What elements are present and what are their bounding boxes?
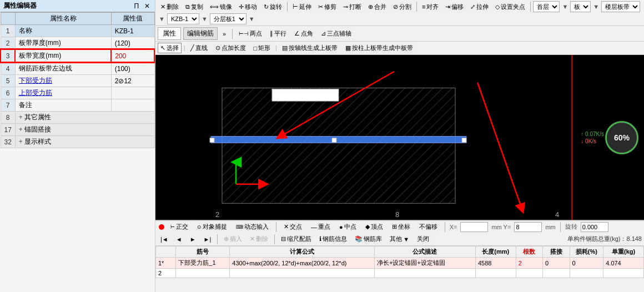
- line-button[interactable]: ╱ 直线: [188, 43, 210, 53]
- set-grip-button[interactable]: ◇ 设置夹点: [492, 2, 528, 12]
- layer-select[interactable]: 首层: [533, 1, 560, 12]
- rect-button[interactable]: □ 矩形: [251, 43, 274, 53]
- no-offset-button[interactable]: 不偏移: [416, 221, 440, 232]
- prop-value-cell[interactable]: 200: [111, 49, 154, 62]
- prop-value-cell[interactable]: (120): [111, 37, 154, 50]
- snap-button[interactable]: ⊙ 对象捕捉: [194, 221, 230, 232]
- nav-next-button[interactable]: ►: [187, 235, 199, 244]
- prop-value-cell[interactable]: KZB-1: [111, 25, 154, 37]
- rebar-table: 筋号 计算公式 公式描述 长度(mm) 根数 搭接 损耗(%) 单重(kg) 1…: [155, 246, 644, 278]
- panel-pin-button[interactable]: П: [132, 2, 140, 10]
- prop-row-id: 3: [1, 49, 15, 62]
- point-length-button[interactable]: ⊙ 点加长度: [213, 43, 249, 53]
- x-label: X=: [450, 224, 457, 230]
- nav-prev-button[interactable]: ◄: [173, 235, 185, 244]
- rebar-cell: 1*: [156, 258, 176, 269]
- scale-rebar-icon: ⊟: [281, 235, 286, 243]
- gen-mid-band-icon: ▦: [345, 44, 351, 52]
- rotate-button[interactable]: ↻ 旋转: [261, 2, 285, 12]
- split-button[interactable]: ⊘ 分割: [390, 2, 414, 12]
- sep-nav: [217, 234, 218, 244]
- offset-button[interactable]: ⇥ 偏移: [442, 2, 466, 12]
- select-button[interactable]: ↖ 选择: [158, 43, 182, 53]
- scale-rebar-button[interactable]: ⊟ 缩尺配筋: [278, 234, 314, 244]
- name-select[interactable]: KZB-1: [167, 13, 199, 24]
- prop-value-cell[interactable]: (100): [111, 62, 154, 75]
- rebar-info-button[interactable]: ℹ 钢筋信息: [316, 234, 350, 244]
- move-button[interactable]: ✛ 移动: [236, 2, 260, 12]
- extend-button[interactable]: ⊢ 延伸: [290, 2, 314, 12]
- midpoint-button2[interactable]: ● 中点: [336, 221, 359, 232]
- close-button[interactable]: 关闭: [414, 234, 432, 244]
- copy-button[interactable]: ⧉ 复制: [183, 2, 206, 12]
- nav-first-button[interactable]: |◄: [158, 235, 171, 244]
- rebar-cell: 下部受力筋_1: [176, 258, 230, 269]
- sep-draw1: |: [184, 45, 185, 51]
- rebar-cell: [475, 269, 516, 278]
- x-input[interactable]: [460, 222, 488, 232]
- rebar-col-desc: 公式描述: [375, 246, 476, 258]
- type-select[interactable]: 板: [570, 1, 591, 12]
- subtype-select[interactable]: 楼层板带: [601, 1, 640, 12]
- sep1: [287, 2, 288, 12]
- merge-icon: ⊕: [368, 3, 373, 11]
- break-icon: ⊸: [343, 3, 348, 11]
- rebar-cell: [570, 269, 603, 278]
- trim-button[interactable]: ✂ 修剪: [315, 2, 339, 12]
- prop-row-id: 2: [1, 37, 15, 50]
- stretch-button[interactable]: ⤢ 拉伸: [467, 2, 491, 12]
- rebar-table-row[interactable]: 1*下部受力筋_14300+max(200/2, 12*d)+max(200/2…: [156, 258, 644, 269]
- svg-rect-4: [222, 88, 455, 203]
- sep-draw2: |: [275, 45, 277, 51]
- trim-icon: ✂: [318, 3, 323, 11]
- rotate-input[interactable]: [581, 222, 608, 232]
- panel-close-button[interactable]: ✕: [143, 2, 152, 10]
- vertex-button[interactable]: ◆ 顶点: [363, 221, 386, 232]
- coordinate-button[interactable]: ⊞ 坐标: [389, 221, 413, 232]
- gen-upper-band-button[interactable]: ▤ 按轴线生成上板带: [279, 43, 340, 53]
- point-angle-button[interactable]: ∠ 点角: [291, 28, 316, 39]
- rebar-library-button[interactable]: 📚 钢筋库: [352, 234, 385, 244]
- intersection-button[interactable]: ✕ 交点: [281, 221, 305, 232]
- canvas-area: 2 8 4 ↑ 0.07K/s ↓ 0K/s 60%: [155, 55, 644, 220]
- gen-mid-band-button[interactable]: ▦ 按柱上板带生成中板带: [343, 43, 416, 53]
- merge-button[interactable]: ⊕ 合并: [365, 2, 389, 12]
- three-point-axis-button[interactable]: ⊿ 三点辅轴: [318, 28, 354, 39]
- parallel-button[interactable]: ∥ 平行: [267, 28, 289, 39]
- prop-row-id: 7: [1, 99, 15, 112]
- gen-upper-band-icon: ▤: [282, 44, 288, 52]
- prop-value-cell[interactable]: 2⊘12: [111, 75, 154, 87]
- midpoint-button1[interactable]: — 重点: [308, 221, 333, 232]
- dynamic-input-icon: ⌨: [236, 224, 243, 230]
- rebar-table-row[interactable]: 2: [156, 269, 644, 278]
- total-weight-label: 单构件钢筋总重(kg)：8.148: [567, 235, 642, 243]
- delete-rebar-button[interactable]: ✕ 删除: [247, 234, 271, 244]
- edit-rebar-tab[interactable]: 编辑钢筋: [183, 27, 218, 40]
- insert-rebar-button[interactable]: ⊕ 插入: [221, 234, 245, 244]
- col-value-header: 属性值: [111, 13, 154, 25]
- delete-button[interactable]: ✕ 删除: [158, 2, 182, 12]
- align-icon: ≡: [422, 3, 425, 10]
- prop-name-cell: 名称: [15, 25, 111, 37]
- speed-percent: 60%: [614, 133, 630, 142]
- nav-last-button[interactable]: ►|: [201, 235, 214, 244]
- sep-tabs: [232, 29, 233, 39]
- prop-value-cell[interactable]: [111, 99, 154, 112]
- rebar-col-loss: 损耗(%): [570, 246, 603, 258]
- col-id-header: [1, 13, 15, 25]
- align-button[interactable]: ≡ 对齐: [419, 2, 441, 12]
- layer2-select[interactable]: 分层板1: [210, 13, 246, 24]
- rebar-toolbar: |◄ ◄ ► ►| ⊕ 插入 ✕ 删除 ⊟: [155, 233, 644, 246]
- prop-value-cell[interactable]: [111, 87, 154, 99]
- attr-tab[interactable]: 属性: [158, 27, 181, 40]
- more-button[interactable]: »: [220, 29, 229, 38]
- y-input[interactable]: [514, 222, 542, 232]
- orthogonal-button[interactable]: ⊢ 正交: [168, 221, 191, 232]
- other-button[interactable]: 其他 ▼: [387, 234, 412, 244]
- mirror-button[interactable]: ⟺ 镜像: [207, 2, 235, 12]
- break-button[interactable]: ⊸ 打断: [340, 2, 364, 12]
- dynamic-input-button[interactable]: ⌨ 动态输入: [233, 221, 271, 232]
- two-point-button[interactable]: ⊢⊣ 两点: [236, 28, 265, 39]
- rebar-cell: [516, 269, 542, 278]
- rebar-cell: [176, 269, 230, 278]
